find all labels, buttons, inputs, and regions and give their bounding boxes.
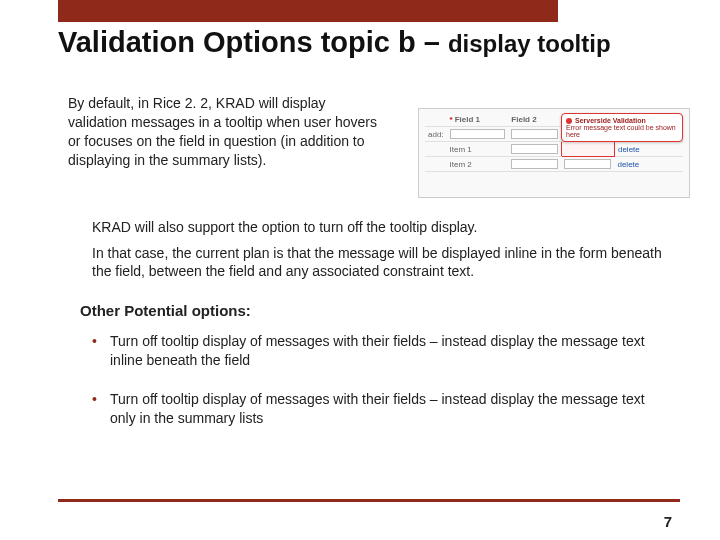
slide-title: Validation Options topic b – display too…	[58, 26, 690, 59]
support-paragraph-1: KRAD will also support the option to tur…	[92, 218, 672, 236]
table-row-item1: Item 1 delete	[425, 142, 683, 157]
row-label-add: add:	[425, 127, 447, 142]
cell-item2: Item 2	[447, 157, 509, 172]
title-main: Validation Options topic b –	[58, 26, 448, 58]
page-number: 7	[664, 513, 672, 530]
tooltip-illustration: Field 1 Field 2 Field 3 Actions add: add…	[418, 108, 690, 198]
tooltip-message: Error message text could be shown here	[566, 124, 676, 138]
cell-item1: Item 1	[447, 142, 509, 157]
option-bullet-2: Turn off tooltip display of messages wit…	[92, 390, 670, 428]
options-heading: Other Potential options:	[80, 302, 251, 319]
support-paragraph-2: In that case, the current plan is that t…	[92, 244, 672, 280]
options-list: Turn off tooltip display of messages wit…	[92, 332, 670, 448]
col-field2: Field 2	[508, 113, 561, 127]
header-accent-bar	[58, 0, 558, 22]
tooltip-title: Serverside Validation	[575, 117, 646, 124]
table-row-item2: Item 2 delete	[425, 157, 683, 172]
col-field1: Field 1	[447, 113, 509, 127]
action-delete-2: delete	[614, 157, 683, 172]
option-bullet-1: Turn off tooltip display of messages wit…	[92, 332, 670, 370]
footer-rule	[58, 499, 680, 502]
intro-paragraph: By default, in Rice 2. 2, KRAD will disp…	[68, 94, 386, 170]
action-delete-1: delete	[614, 142, 683, 157]
title-subtopic: display tooltip	[448, 30, 611, 57]
validation-tooltip: Serverside Validation Error message text…	[561, 113, 683, 142]
